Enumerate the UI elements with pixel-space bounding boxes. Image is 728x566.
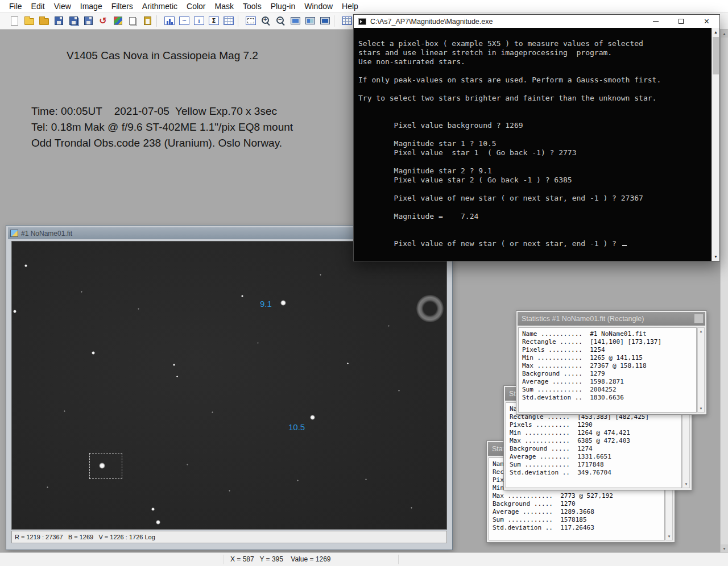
scroll-down-icon[interactable]: ▼ [698, 405, 704, 412]
open-all-icon[interactable] [37, 14, 51, 28]
console-scrollbar[interactable]: ▲ ▼ [712, 28, 719, 261]
star [47, 486, 48, 488]
console-line: Use non-saturated stars. [358, 57, 712, 66]
statistics-line: Max ............ 6385 @ 472,403 [510, 437, 681, 445]
histogram-icon[interactable] [163, 14, 176, 28]
scrollbar-thumb[interactable] [713, 37, 719, 74]
color-palette-icon[interactable] [111, 14, 125, 28]
star [99, 463, 105, 469]
minimize-icon [653, 21, 659, 22]
scroll-down-icon[interactable]: ▼ [712, 252, 719, 261]
selection-icon [246, 16, 256, 25]
console-line: Select a pixel-box ( example 5X5 ) to me… [358, 39, 712, 48]
menu-item-tools[interactable]: Tools [238, 0, 266, 13]
info-icon[interactable]: i [192, 14, 206, 28]
statistics-line: Average ........ 1598.2871 [522, 378, 696, 386]
save-icon[interactable] [52, 14, 65, 28]
grid-overlay-icon[interactable] [340, 14, 354, 28]
cascade-windows-icon[interactable] [318, 14, 332, 28]
console-line [358, 66, 712, 76]
selection-rectangle[interactable] [89, 453, 122, 479]
scroll-down-icon[interactable]: ▼ [666, 533, 672, 540]
console-line: Pixel value star 2 ( Go back -1 ) ? 6385 [358, 176, 712, 185]
menu-item-plug-in[interactable]: Plug-in [266, 0, 300, 13]
scroll-up-icon[interactable]: ▲ [721, 30, 728, 38]
menu-item-mask[interactable]: Mask [210, 0, 238, 13]
statistics-window-1: Statistics #1 NoName01.fit (Rectangle) N… [516, 310, 707, 415]
minimize-button[interactable] [643, 15, 668, 28]
console-titlebar[interactable]: C:\As7_AP7\Magnitude\Magnitude.exe × [354, 15, 719, 28]
menu-item-view[interactable]: View [49, 0, 76, 13]
star [297, 480, 299, 481]
menu-item-color[interactable]: Color [182, 0, 210, 13]
console-icon [358, 18, 366, 25]
console-line [358, 130, 712, 139]
menu-item-image[interactable]: Image [76, 0, 107, 13]
scroll-up-icon[interactable]: ▲ [712, 28, 719, 36]
scroll-down-icon[interactable]: ▼ [683, 481, 689, 488]
image-window-icon [10, 230, 18, 237]
save-all-icon[interactable] [67, 14, 80, 28]
close-button[interactable]: × [694, 15, 719, 28]
console-line: Pixel value background ? 1269 [358, 121, 712, 130]
save-all-icon [69, 16, 78, 25]
statistics-line: Pixels ......... 1290 [510, 421, 681, 429]
statistics-icon[interactable]: Σ [207, 14, 221, 28]
console-line [358, 230, 712, 239]
open-file-icon[interactable] [22, 14, 36, 28]
statistics-line: Sum ............ 1717848 [510, 461, 681, 469]
paste-icon[interactable] [140, 14, 154, 28]
new-file-icon[interactable] [7, 14, 21, 28]
tile-windows-icon [305, 17, 315, 24]
star [92, 351, 95, 355]
save-as-icon[interactable] [81, 14, 95, 28]
tile-windows-icon[interactable] [303, 14, 317, 28]
console-line: Magnitude star 2 ? 9.1 [358, 167, 712, 176]
zoom-in-icon[interactable]: + [259, 14, 272, 28]
star [411, 507, 412, 509]
workspace-info-line-2: Tel: 0.18m Mak @ f/9.6 ST-402ME 1.1"/pix… [31, 121, 293, 134]
menu-item-window[interactable]: Window [300, 0, 337, 13]
scroll-up-icon[interactable]: ▲ [698, 328, 704, 335]
statistics-line: Max ............ 27367 @ 158,118 [522, 362, 696, 370]
workspace-scrollbar[interactable]: ▲ ▼ [720, 30, 728, 552]
toolbar-separator [156, 15, 160, 27]
undo-icon[interactable]: ↺ [96, 14, 110, 28]
console-line [358, 85, 712, 94]
statistics-close-button[interactable] [694, 314, 704, 323]
console-output[interactable]: Select a pixel-box ( example 5X5 ) to me… [354, 28, 712, 261]
star-field-image[interactable]: 9.1 10.5 [11, 241, 447, 530]
maximize-button[interactable] [668, 15, 694, 28]
selection-icon[interactable] [244, 14, 258, 28]
statistics-line: Average ........ 1289.3668 [493, 508, 664, 516]
console-cursor [622, 245, 627, 246]
statistics-scrollbar[interactable]: ▲ ▼ [682, 402, 690, 488]
cascade-windows-icon [320, 17, 330, 24]
console-line: If only peak-values on stars are used. P… [358, 76, 712, 85]
open-file-icon [24, 18, 34, 25]
table-icon[interactable] [222, 14, 235, 28]
menu-item-filters[interactable]: Filters [107, 0, 138, 13]
statistics-line: Std.deviation .. 1830.6636 [522, 394, 696, 402]
menu-item-edit[interactable]: Edit [27, 0, 49, 13]
star [64, 410, 65, 412]
zoom-out-icon[interactable]: − [274, 14, 287, 28]
statusbar-divider [398, 555, 399, 564]
full-screen-icon[interactable] [288, 14, 302, 28]
statistics-line: Background ..... 1279 [522, 370, 696, 378]
menu-item-help[interactable]: Help [337, 0, 363, 13]
statistics-scrollbar[interactable]: ▲ ▼ [697, 327, 705, 413]
statistics-window-titlebar[interactable]: Statistics #1 NoName01.fit (Rectangle) [518, 312, 705, 326]
console-window: C:\As7_AP7\Magnitude\Magnitude.exe × Sel… [353, 14, 720, 261]
console-line [358, 185, 712, 194]
menu-item-file[interactable]: File [5, 0, 27, 13]
save-as-icon [84, 16, 93, 25]
star [347, 363, 349, 364]
statistics-line: Std.deviation .. 349.76704 [510, 469, 681, 477]
workspace-info-line-1: Time: 00:05UT 2021-07-05 Yellow Exp.70 x… [31, 105, 277, 118]
curves-icon[interactable]: ~ [177, 14, 191, 28]
scroll-down-icon[interactable]: ▼ [721, 544, 728, 552]
application-window: FileEditViewImageFiltersArithmeticColorM… [0, 0, 728, 566]
menu-item-arithmetic[interactable]: Arithmetic [138, 0, 182, 13]
copy-icon[interactable] [126, 14, 139, 28]
